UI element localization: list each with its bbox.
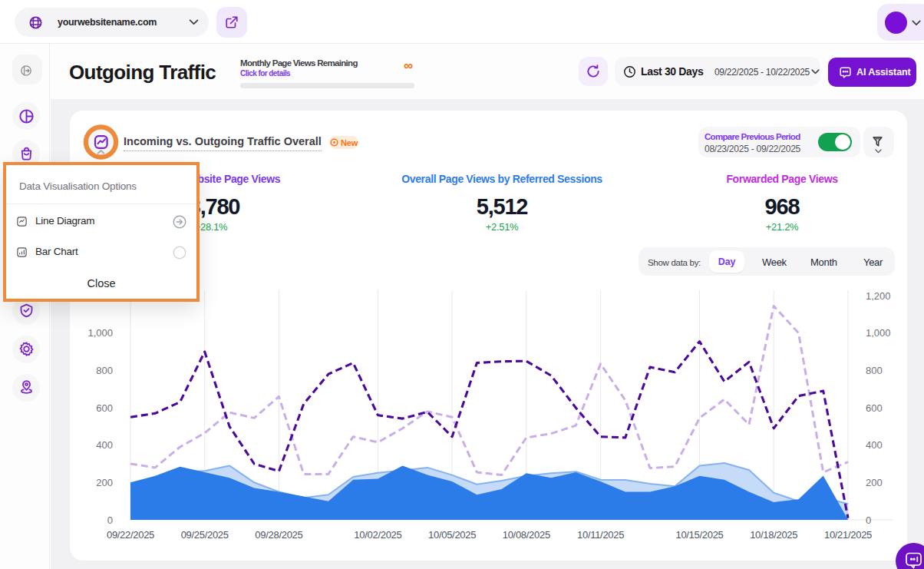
svg-text:200: 200	[96, 477, 113, 488]
svg-text:800: 800	[866, 365, 883, 376]
svg-text:600: 600	[866, 402, 883, 414]
svg-text:1,200: 1,200	[866, 290, 891, 302]
svg-text:09/22/2025: 09/22/2025	[107, 529, 154, 541]
svg-text:200: 200	[866, 477, 883, 488]
svg-text:10/05/2025: 10/05/2025	[428, 529, 476, 541]
svg-text:10/11/2025: 10/11/2025	[577, 529, 624, 541]
svg-text:1,000: 1,000	[87, 327, 113, 339]
svg-text:0: 0	[866, 514, 871, 526]
svg-text:10/02/2025: 10/02/2025	[354, 529, 401, 541]
svg-text:400: 400	[96, 439, 113, 451]
svg-text:10/18/2025: 10/18/2025	[750, 529, 797, 541]
svg-text:10/15/2025: 10/15/2025	[675, 529, 723, 541]
svg-text:10/08/2025: 10/08/2025	[503, 529, 550, 541]
svg-text:600: 600	[96, 402, 113, 414]
svg-text:09/25/2025: 09/25/2025	[181, 529, 229, 541]
svg-text:800: 800	[96, 365, 113, 376]
svg-text:10/21/2025: 10/21/2025	[824, 529, 872, 541]
svg-text:0: 0	[107, 514, 113, 526]
svg-text:09/28/2025: 09/28/2025	[255, 529, 302, 541]
svg-text:400: 400	[866, 439, 883, 451]
svg-text:1,000: 1,000	[866, 327, 891, 339]
